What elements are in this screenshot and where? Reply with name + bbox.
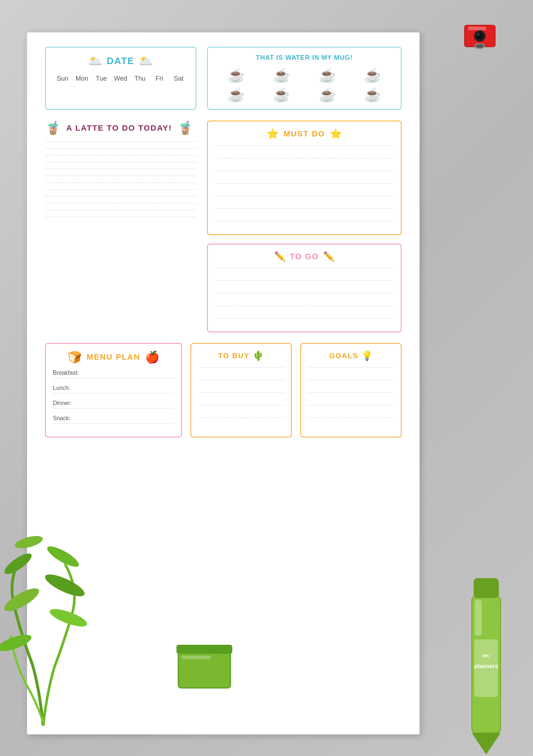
goals-line-3[interactable] xyxy=(308,392,394,393)
goals-header: GOALS 💡 xyxy=(308,350,394,361)
goals-title: GOALS xyxy=(329,352,358,360)
menu-section: 🍞 MENU PLAN 🍎 Breakfast: Lunch: Dinner: … xyxy=(45,343,182,437)
green-box xyxy=(176,643,234,695)
day-fri: Fri xyxy=(152,75,166,82)
latte-line-7[interactable] xyxy=(45,183,196,183)
cup-6[interactable]: ☕ xyxy=(273,87,290,103)
must-do-line-5[interactable] xyxy=(215,196,394,196)
svg-text:planners: planners xyxy=(474,663,498,669)
star-icon-left: ⭐ xyxy=(266,128,279,140)
must-do-line-1[interactable] xyxy=(215,145,394,146)
latte-section: 🧋 A LATTE TO DO TODAY! 🧋 xyxy=(45,121,196,217)
latte-line-8[interactable] xyxy=(45,189,196,190)
latte-line-12[interactable] xyxy=(45,217,196,217)
to-buy-line-2[interactable] xyxy=(198,380,284,380)
goals-section: GOALS 💡 xyxy=(300,343,402,437)
days-row: Sun Mon Tue Wed Thu Fri Sat xyxy=(53,75,188,82)
svg-rect-18 xyxy=(182,656,211,659)
dinner-line[interactable] xyxy=(53,408,174,409)
latte-line-2[interactable] xyxy=(45,148,196,149)
svg-point-3 xyxy=(476,44,484,48)
svg-point-7 xyxy=(477,33,479,36)
to-buy-line-5[interactable] xyxy=(198,418,284,418)
cup-4[interactable]: ☕ xyxy=(364,67,381,83)
water-header: THAT IS WATER IN MY MUG! xyxy=(215,54,394,62)
latte-line-5[interactable] xyxy=(45,169,196,169)
water-section: THAT IS WATER IN MY MUG! ☕ ☕ ☕ ☕ ☕ ☕ ☕ ☕ xyxy=(207,47,402,110)
cups-grid: ☕ ☕ ☕ ☕ ☕ ☕ ☕ ☕ xyxy=(215,67,394,103)
pencil-icon-right: ✏️ xyxy=(323,251,335,262)
star-icon-right: ⭐ xyxy=(330,128,342,140)
toast-icon: 🍞 xyxy=(67,350,82,364)
svg-text:on:: on: xyxy=(482,653,490,658)
date-title: DATE xyxy=(107,55,135,67)
snack-line[interactable] xyxy=(53,423,174,424)
to-buy-line-1[interactable] xyxy=(198,367,284,368)
breakfast-line[interactable] xyxy=(53,378,174,378)
cup-2[interactable]: ☕ xyxy=(273,67,290,83)
to-go-line-3[interactable] xyxy=(215,293,394,293)
must-do-line-3[interactable] xyxy=(215,171,394,171)
must-do-line-2[interactable] xyxy=(215,158,394,158)
menu-item-dinner: Dinner: xyxy=(53,400,174,409)
must-do-lines xyxy=(215,145,394,228)
must-do-line-7[interactable] xyxy=(215,221,394,221)
must-do-section: ⭐ MUST DO ⭐ xyxy=(207,121,402,235)
to-buy-line-3[interactable] xyxy=(198,392,284,393)
cup-8[interactable]: ☕ xyxy=(364,87,381,103)
latte-line-4[interactable] xyxy=(45,162,196,162)
svg-point-12 xyxy=(2,550,35,577)
water-title: THAT IS WATER IN MY MUG! xyxy=(256,54,353,62)
latte-line-1[interactable] xyxy=(45,141,196,142)
to-go-section: ✏️ TO GO ✏️ xyxy=(207,244,402,332)
cup-1[interactable]: ☕ xyxy=(228,67,245,83)
to-go-line-4[interactable] xyxy=(215,306,394,306)
must-do-line-4[interactable] xyxy=(215,183,394,184)
lunch-label: Lunch: xyxy=(53,385,174,391)
svg-rect-21 xyxy=(474,578,499,598)
svg-rect-26 xyxy=(475,600,482,636)
date-section: 🌥️ DATE 🌥️ Sun Mon Tue Wed Thu Fri Sat xyxy=(45,47,196,110)
lightbulb-icon: 💡 xyxy=(361,350,373,361)
cup-5[interactable]: ☕ xyxy=(228,87,245,103)
to-go-title: TO GO xyxy=(290,252,319,261)
goals-line-1[interactable] xyxy=(308,367,394,368)
latte-line-3[interactable] xyxy=(45,155,196,156)
to-buy-line-4[interactable] xyxy=(198,405,284,405)
to-go-lines xyxy=(215,268,394,325)
apple-icon: 🍎 xyxy=(145,350,160,364)
pencil-icon-left: ✏️ xyxy=(274,251,286,262)
cloud-icon-right: 🌥️ xyxy=(139,54,153,68)
day-tue: Tue xyxy=(94,75,108,82)
to-go-line-5[interactable] xyxy=(215,318,394,319)
goals-line-4[interactable] xyxy=(308,405,394,405)
day-thu: Thu xyxy=(133,75,147,82)
day-wed: Wed xyxy=(113,75,128,82)
latte-line-6[interactable] xyxy=(45,176,196,176)
svg-rect-4 xyxy=(468,27,486,30)
latte-line-10[interactable] xyxy=(45,203,196,203)
menu-item-lunch: Lunch: xyxy=(53,385,174,393)
cup-7[interactable]: ☕ xyxy=(319,87,336,103)
breakfast-label: Breakfast: xyxy=(53,370,174,376)
to-buy-header: TO BUY 🌵 xyxy=(198,350,284,361)
latte-title: A LATTE TO DO TODAY! xyxy=(66,123,172,133)
must-do-line-6[interactable] xyxy=(215,208,394,209)
to-go-line-2[interactable] xyxy=(215,280,394,281)
cloud-icon-left: 🌥️ xyxy=(88,54,103,68)
goals-line-2[interactable] xyxy=(308,380,394,380)
latte-icon-right: 🧋 xyxy=(177,121,193,136)
svg-point-13 xyxy=(45,543,81,570)
must-do-title: MUST DO xyxy=(283,129,325,139)
lunch-line[interactable] xyxy=(53,393,174,393)
day-mon: Mon xyxy=(75,75,89,82)
latte-line-9[interactable] xyxy=(45,196,196,197)
cup-3[interactable]: ☕ xyxy=(319,67,336,83)
to-buy-lines xyxy=(198,367,284,424)
to-go-line-1[interactable] xyxy=(215,268,394,268)
dinner-label: Dinner: xyxy=(53,400,174,406)
latte-line-11[interactable] xyxy=(45,210,196,210)
highlighter: on: planners xyxy=(463,575,510,756)
day-sat: Sat xyxy=(171,75,186,82)
goals-line-5[interactable] xyxy=(308,418,394,418)
